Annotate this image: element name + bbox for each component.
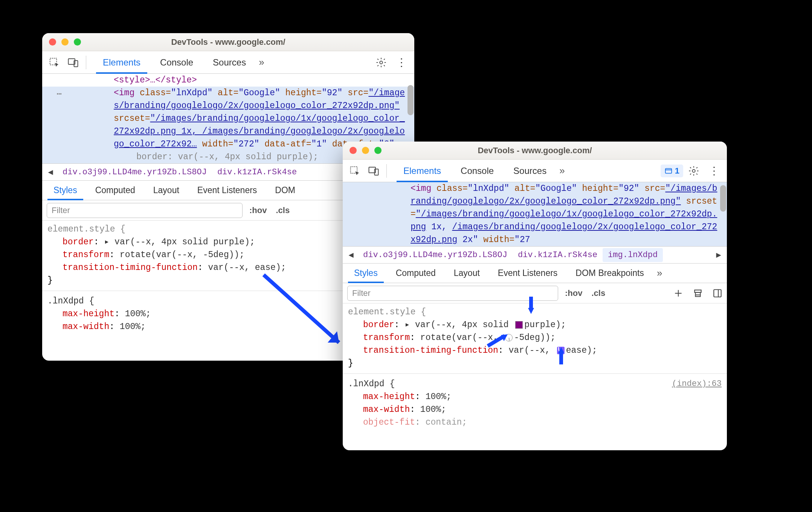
filter-input[interactable]: Filter xyxy=(347,286,558,301)
attr-height: height= xyxy=(285,88,322,98)
tab-sources[interactable]: Sources xyxy=(203,51,256,73)
crumb-item[interactable]: div.k1zIA.rSk4se xyxy=(513,250,603,260)
source-link[interactable]: (index):63 xyxy=(672,378,722,390)
hov-toggle[interactable]: :hov xyxy=(563,288,585,298)
issues-indicator[interactable]: 1 xyxy=(661,165,683,177)
more-subtabs-icon[interactable]: » xyxy=(654,267,665,279)
kebab-menu-icon[interactable]: ⋮ xyxy=(704,165,723,177)
img-tag: <img xyxy=(411,184,431,194)
attr-src: src= xyxy=(348,88,368,98)
devtools-toolbar: Elements Console Sources » 1 ⋮ xyxy=(343,160,727,182)
easing-swatch-icon[interactable] xyxy=(557,347,565,354)
filter-input[interactable]: Filter xyxy=(47,203,243,218)
attr-data-atf: data-atf= xyxy=(264,139,311,149)
titlebar[interactable]: DevTools - www.google.com/ xyxy=(343,142,727,160)
panel-tabs: Elements Console Sources » xyxy=(394,160,568,182)
zoom-icon[interactable] xyxy=(374,147,382,154)
decl-object-fit[interactable]: object-fit: contain; xyxy=(348,416,722,429)
attr-class: class= xyxy=(140,88,171,98)
rule-lnXdpd[interactable]: .lnXdpd { xyxy=(348,379,395,389)
img-tag: <img xyxy=(114,88,134,98)
svg-point-3 xyxy=(380,61,383,64)
vertical-scrollbar[interactable] xyxy=(408,85,414,115)
close-icon[interactable] xyxy=(49,38,56,46)
subtab-layout[interactable]: Layout xyxy=(145,181,188,200)
computed-sidebar-icon[interactable] xyxy=(713,288,722,298)
tab-elements[interactable]: Elements xyxy=(394,160,451,182)
minimize-icon[interactable] xyxy=(362,147,369,154)
inspect-element-icon[interactable] xyxy=(346,163,363,179)
more-tabs-icon[interactable]: » xyxy=(256,56,267,68)
dom-tree-row-selected[interactable]: <img class="lnXdpd" alt="Google" height=… xyxy=(343,182,727,246)
attr-alt: alt= xyxy=(218,88,238,98)
crumb-item-active[interactable]: img.lnXdpd xyxy=(603,248,663,262)
decl-transition-timing[interactable]: transition-timing-function: var(--x, eas… xyxy=(348,344,722,357)
decl-max-width[interactable]: max-width: 100%; xyxy=(348,403,722,416)
crumb-item[interactable]: div.k1zIA.rSk4se xyxy=(212,168,302,177)
tab-sources[interactable]: Sources xyxy=(504,160,556,182)
inspect-element-icon[interactable] xyxy=(46,54,63,71)
crumb-item[interactable]: div.o3j99.LLD4me.yr19Zb.LS8OJ xyxy=(358,250,513,260)
svg-rect-17 xyxy=(714,290,721,297)
window-title: DevTools - www.google.com/ xyxy=(42,37,414,47)
device-toggle-icon[interactable] xyxy=(65,54,81,71)
tab-console[interactable]: Console xyxy=(150,51,203,73)
subtab-event-listeners[interactable]: Event Listeners xyxy=(490,264,566,283)
dom-tree-row-prev[interactable]: <style>…</style> xyxy=(42,74,414,87)
zoom-icon[interactable] xyxy=(74,38,81,46)
subtab-styles[interactable]: Styles xyxy=(45,181,85,200)
cls-toggle[interactable]: .cls xyxy=(589,288,607,298)
settings-icon[interactable] xyxy=(685,163,702,179)
traffic-lights xyxy=(350,147,382,154)
decl-border[interactable]: border: ▸ var(--x, 4px solid purple); xyxy=(348,318,722,331)
styles-subtabs: Styles Computed Layout Event Listeners D… xyxy=(343,264,727,283)
vertical-scrollbar[interactable] xyxy=(720,185,726,212)
svg-point-11 xyxy=(692,169,695,172)
tab-elements[interactable]: Elements xyxy=(93,51,150,73)
issues-count: 1 xyxy=(675,166,679,176)
hov-toggle[interactable]: :hov xyxy=(247,206,269,215)
color-swatch-icon[interactable] xyxy=(515,321,523,329)
tab-console[interactable]: Console xyxy=(451,160,504,182)
subtab-dom-breakpoints[interactable]: DOM Breakpoints xyxy=(567,264,652,283)
settings-icon[interactable] xyxy=(373,54,389,71)
crumb-item[interactable]: div.o3j99.LLD4me.yr19Zb.LS8OJ xyxy=(57,168,212,177)
subtab-layout[interactable]: Layout xyxy=(446,264,488,283)
rule-close: } xyxy=(348,357,722,370)
subtab-dom[interactable]: DOM xyxy=(267,181,304,200)
subtab-styles[interactable]: Styles xyxy=(346,264,386,283)
styles-pane: element.style { border: ▸ var(--x, 4px s… xyxy=(343,303,727,436)
subtab-computed[interactable]: Computed xyxy=(388,264,444,283)
minimize-icon[interactable] xyxy=(61,38,69,46)
prev-style-tag: <style>…</style> xyxy=(114,75,197,85)
angle-swatch-icon[interactable] xyxy=(505,334,513,341)
cls-toggle[interactable]: .cls xyxy=(273,206,292,215)
window-title: DevTools - www.google.com/ xyxy=(343,146,727,155)
more-tabs-icon[interactable]: » xyxy=(556,165,568,177)
subtab-computed[interactable]: Computed xyxy=(87,181,143,200)
device-toggle-icon[interactable] xyxy=(365,163,382,179)
decl-max-height[interactable]: max-height: 100%; xyxy=(348,390,722,403)
attr-width: width= xyxy=(202,139,234,149)
attr-srcset: srcset= xyxy=(114,114,150,123)
svg-rect-9 xyxy=(665,168,672,173)
titlebar[interactable]: DevTools - www.google.com/ xyxy=(42,33,414,51)
devtools-window-right: DevTools - www.google.com/ Elements Cons… xyxy=(343,142,727,450)
collapse-icon[interactable]: ⋯ xyxy=(42,87,76,163)
kebab-menu-icon[interactable]: ⋮ xyxy=(392,56,411,69)
breadcrumb: ◀ div.o3j99.LLD4me.yr19Zb.LS8OJ div.k1zI… xyxy=(343,246,727,264)
print-media-icon[interactable] xyxy=(693,288,703,298)
crumb-next-icon[interactable]: ▶ xyxy=(712,250,725,260)
styles-filter-bar: Filter :hov .cls xyxy=(343,283,727,303)
crumb-prev-icon[interactable]: ◀ xyxy=(44,167,57,177)
traffic-lights xyxy=(49,38,81,46)
devtools-toolbar: Elements Console Sources » ⋮ xyxy=(42,51,414,74)
rule-element-style[interactable]: element.style { xyxy=(348,306,722,318)
crumb-prev-icon[interactable]: ◀ xyxy=(344,250,358,260)
new-style-rule-icon[interactable] xyxy=(673,288,683,298)
panel-tabs: Elements Console Sources » xyxy=(93,51,267,73)
subtab-event-listeners[interactable]: Event Listeners xyxy=(189,181,266,200)
decl-transform[interactable]: transform: rotate(var(--x, -5deg)); xyxy=(348,331,722,344)
close-icon[interactable] xyxy=(350,147,357,154)
